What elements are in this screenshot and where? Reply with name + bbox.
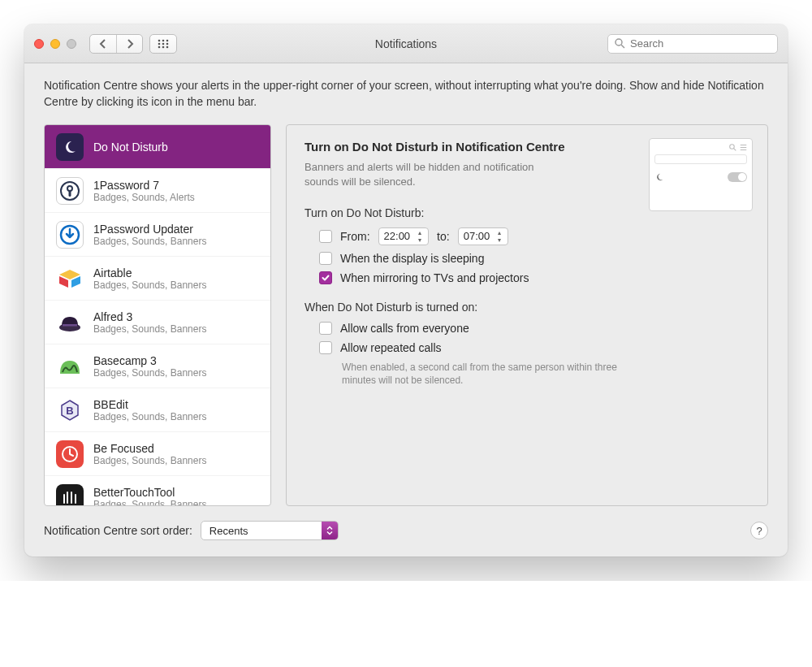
sidebar-item-label: Airtable: [93, 266, 206, 279]
intro-text: Notification Centre shows your alerts in…: [44, 78, 768, 110]
dnd-sleeping-row: When the display is sleeping: [319, 252, 749, 265]
list-icon: [740, 144, 747, 151]
app-icon: [56, 221, 84, 249]
sidebar-item-subtitle: Badges, Sounds, Alerts: [93, 192, 195, 203]
app-icon: [56, 353, 84, 380]
title-bar: Notifications: [24, 24, 788, 63]
nav-forward-button[interactable]: [116, 35, 142, 53]
search-icon: [615, 38, 625, 49]
stepper-down[interactable]: ▾: [495, 236, 504, 244]
stepper-up[interactable]: ▴: [415, 229, 425, 236]
sidebar-item-label: Alfred 3: [93, 310, 206, 323]
sidebar-item-label: Basecamp 3: [93, 354, 206, 367]
stepper-down[interactable]: ▾: [415, 236, 425, 244]
sort-order-select[interactable]: Recents: [201, 521, 339, 540]
allow-everyone-row: Allow calls from everyone: [319, 322, 749, 335]
when-on-section-label: When Do Not Disturb is turned on:: [304, 301, 749, 314]
mirroring-label: When mirroring to TVs and projectors: [340, 271, 529, 284]
sidebar-item-label: BBEdit: [93, 398, 206, 411]
notification-centre-preview: [649, 138, 753, 211]
svg-point-4: [162, 42, 165, 45]
sidebar-item-1password[interactable]: 1Password 7 Badges, Sounds, Alerts: [45, 169, 270, 213]
svg-point-3: [158, 42, 161, 45]
app-icon: [56, 309, 84, 336]
minimize-button[interactable]: [50, 39, 60, 49]
search-input[interactable]: [628, 37, 771, 50]
sidebar-item-subtitle: Badges, Sounds, Banners: [93, 411, 206, 422]
svg-point-7: [162, 45, 165, 48]
sidebar-item-subtitle: Badges, Sounds, Banners: [93, 499, 206, 507]
to-time-field[interactable]: 07:00 ▴ ▾: [458, 227, 509, 245]
dnd-schedule-row: From: 22:00 ▴ ▾ to: 07:00 ▴ ▾: [319, 227, 749, 245]
allow-everyone-checkbox[interactable]: [319, 322, 332, 335]
allow-everyone-label: Allow calls from everyone: [340, 322, 469, 335]
sidebar-item-label: Do Not Disturb: [93, 141, 168, 154]
show-all-button[interactable]: [149, 34, 177, 54]
schedule-checkbox[interactable]: [319, 230, 332, 243]
help-button[interactable]: ?: [750, 522, 768, 539]
search-icon: [729, 144, 736, 151]
search-field[interactable]: [607, 34, 778, 54]
allow-repeated-checkbox[interactable]: [319, 341, 332, 354]
zoom-button[interactable]: [67, 39, 76, 49]
sleeping-checkbox[interactable]: [319, 252, 332, 265]
chevron-updown-icon: [322, 522, 338, 539]
mirroring-checkbox[interactable]: [319, 271, 332, 284]
sort-order-label: Notification Centre sort order:: [44, 524, 192, 537]
svg-rect-13: [69, 190, 71, 197]
allow-repeated-label: Allow repeated calls: [340, 341, 442, 354]
svg-point-23: [730, 145, 735, 149]
stepper-up[interactable]: ▴: [495, 229, 504, 236]
sleeping-label: When the display is sleeping: [340, 252, 484, 265]
panes: Do Not Disturb 1Password 7 Badges, Sound…: [44, 124, 768, 506]
svg-text:B: B: [66, 405, 73, 417]
sidebar-item-label: 1Password 7: [93, 179, 195, 192]
check-icon: [322, 274, 330, 282]
nav-back-button[interactable]: [90, 35, 116, 53]
sidebar-item-1password-updater[interactable]: 1Password Updater Badges, Sounds, Banner…: [45, 213, 270, 257]
detail-hint: Banners and alerts will be hidden and no…: [304, 160, 540, 189]
detail-pane: Turn on Do Not Disturb in Notification C…: [286, 124, 768, 506]
sidebar-item-subtitle: Badges, Sounds, Banners: [93, 236, 206, 247]
app-list[interactable]: Do Not Disturb 1Password 7 Badges, Sound…: [44, 124, 271, 506]
content-body: Notification Centre shows your alerts in…: [24, 63, 788, 557]
moon-icon: [56, 133, 84, 161]
sidebar-item-subtitle: Badges, Sounds, Banners: [93, 367, 206, 379]
svg-point-6: [158, 45, 161, 48]
dnd-mirroring-row: When mirroring to TVs and projectors: [319, 271, 749, 284]
svg-line-24: [734, 149, 736, 151]
sidebar-item-label: Be Focused: [93, 442, 206, 455]
to-time-value: 07:00: [464, 230, 490, 242]
sidebar-item-dnd[interactable]: Do Not Disturb: [45, 125, 270, 169]
from-time-value: 22:00: [384, 230, 411, 242]
svg-point-9: [615, 39, 622, 45]
sidebar-item-alfred[interactable]: Alfred 3 Badges, Sounds, Banners: [45, 301, 270, 344]
sidebar-item-subtitle: Badges, Sounds, Banners: [93, 455, 206, 466]
app-icon: [56, 440, 84, 468]
app-icon: [56, 177, 84, 205]
sidebar-item-basecamp[interactable]: Basecamp 3 Badges, Sounds, Banners: [45, 344, 270, 388]
svg-point-1: [162, 39, 165, 41]
from-label: From:: [340, 230, 370, 243]
sidebar-item-label: BetterTouchTool: [93, 486, 206, 499]
svg-point-0: [158, 39, 161, 41]
moon-icon: [654, 172, 664, 182]
sidebar-item-label: 1Password Updater: [93, 223, 206, 236]
from-time-field[interactable]: 22:00 ▴ ▾: [378, 227, 430, 245]
sidebar-item-airtable[interactable]: Airtable Badges, Sounds, Banners: [45, 257, 270, 301]
sidebar-item-btt[interactable]: BetterTouchTool Badges, Sounds, Banners: [45, 476, 270, 506]
svg-point-2: [166, 39, 169, 41]
sidebar-item-befocused[interactable]: Be Focused Badges, Sounds, Banners: [45, 432, 270, 476]
close-button[interactable]: [34, 39, 44, 49]
svg-point-5: [166, 42, 169, 45]
to-label: to:: [437, 230, 450, 243]
app-icon: [56, 265, 84, 292]
dnd-toggle-preview: [728, 172, 747, 182]
app-icon: B: [56, 396, 84, 424]
window-controls: [34, 39, 76, 49]
sidebar-item-bbedit[interactable]: B BBEdit Badges, Sounds, Banners: [45, 388, 270, 432]
allow-repeated-row: Allow repeated calls: [319, 341, 749, 354]
svg-line-10: [621, 45, 624, 48]
repeated-hint: When enabled, a second call from the sam…: [342, 361, 634, 388]
app-icon: [56, 484, 84, 507]
